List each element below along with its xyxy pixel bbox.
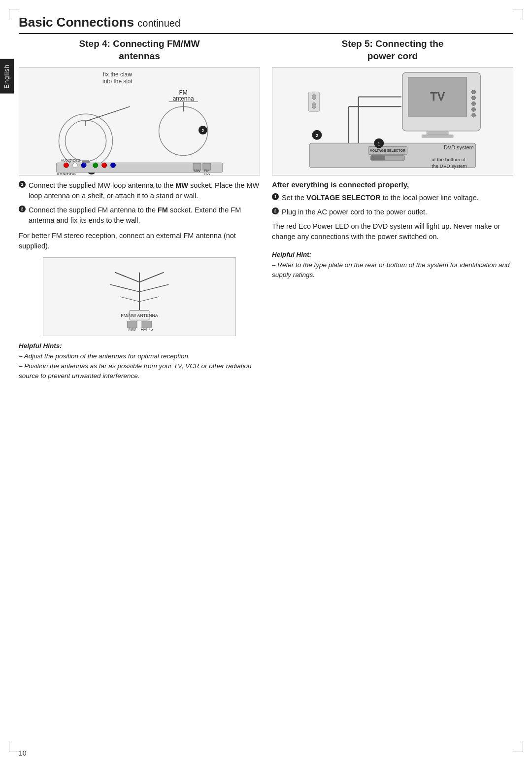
step4-main-diagram: fix the claw into the slot: [19, 67, 260, 175]
dvd-system-label: DVD system: [444, 145, 474, 151]
step5-instr3: The red Eco Power LED on the DVD system …: [272, 221, 513, 242]
instr1-bold: MW: [175, 181, 188, 189]
fix-claw-label: fix the claw: [103, 71, 132, 78]
step5-instr3-text: The red Eco Power LED on the DVD system …: [272, 222, 500, 241]
step4-small-diagram: FM/MW ANTENNA MW FM 75: [43, 257, 236, 336]
fm-antenna-label2: antenna: [173, 96, 194, 103]
instr1-prefix: Connect the supplied MW loop antenna to …: [29, 181, 175, 189]
svg-point-14: [81, 163, 86, 168]
svg-text:AUDIO: AUDIO: [61, 159, 72, 163]
corner-mark-bl: [9, 742, 19, 752]
dvd-device-diagram: VIDEO AUDIO MW FM 75Ω: [57, 159, 223, 175]
svg-line-28: [110, 285, 139, 292]
svg-point-46: [472, 114, 476, 118]
page-number: 10: [19, 749, 27, 757]
svg-point-61: [312, 103, 316, 109]
step4-instructions: 1 Connect the supplied MW loop antenna t…: [19, 180, 260, 226]
svg-line-29: [139, 285, 168, 292]
svg-point-1: [65, 120, 106, 161]
svg-point-13: [72, 163, 77, 168]
step4-column: Step 4: Connecting FM/MW antennas fix th…: [19, 38, 260, 381]
instr2-bold: FM: [158, 206, 168, 214]
step5-instr2-text: Plug in the AC power cord to the power o…: [282, 208, 427, 216]
circle2: 2: [201, 128, 204, 133]
step5-instr1: 1 Set the VOLTAGE SELECTOR to the local …: [272, 193, 513, 203]
svg-point-43: [472, 96, 476, 100]
svg-line-30: [120, 297, 140, 302]
into-slot-label: into the slot: [102, 78, 133, 85]
step4-helpful-hints: Helpful Hints: – Adjust the position of …: [19, 341, 260, 381]
svg-text:FM: FM: [204, 169, 209, 173]
step5-diagram: TV VOLTAGE SELECTOR: [272, 67, 513, 175]
step5-hints-title: Helpful Hint:: [272, 251, 311, 258]
svg-point-42: [472, 90, 476, 94]
step5-circle1: 1: [378, 141, 380, 146]
step5-heading-line2: power cord: [367, 51, 418, 61]
title-cont: continued: [137, 18, 180, 29]
step4-instr1: 1 Connect the supplied MW loop antenna t…: [19, 180, 260, 201]
svg-rect-40: [427, 131, 448, 135]
tv-label: TV: [430, 90, 445, 104]
two-col-layout: Step 4: Connecting FM/MW antennas fix th…: [19, 38, 513, 381]
step5-instr1-prefix: Set the: [282, 194, 306, 202]
svg-line-27: [139, 273, 164, 282]
page-content: Basic Connections continued Step 4: Conn…: [19, 15, 513, 746]
step4-heading: Step 4: Connecting FM/MW antennas: [19, 38, 260, 62]
fm-mw-antenna-svg: FM/MW ANTENNA MW FM 75: [43, 258, 235, 336]
corner-mark-tl: [9, 9, 19, 19]
svg-point-15: [93, 163, 98, 168]
svg-rect-41: [422, 135, 453, 138]
step5-hint1: – Refer to the type plate on the rear or…: [272, 260, 513, 280]
instr1-circle: 1: [19, 181, 26, 188]
svg-point-44: [472, 102, 476, 106]
instr2-prefix: Connect the supplied FM antenna to the: [29, 206, 158, 214]
svg-line-31: [139, 297, 159, 302]
svg-text:FM/MW ANTENNA: FM/MW ANTENNA: [121, 313, 158, 318]
title-main: Basic Connections: [19, 15, 134, 30]
svg-rect-50: [370, 156, 385, 161]
step4-hint1: – Adjust the position of the antennas fo…: [19, 351, 260, 361]
fm-antenna-group: FM antenna 2: [159, 89, 208, 156]
step5-instr1-circle: 1: [272, 193, 279, 200]
svg-text:MW: MW: [128, 327, 136, 332]
step4-heading-line1: Step 4: Connecting FM/MW: [79, 38, 200, 49]
step5-instr1-bold: VOLTAGE SELECTOR: [306, 194, 381, 202]
corner-mark-br: [513, 742, 523, 752]
step4-hints-title: Helpful Hints:: [19, 342, 62, 349]
step5-instructions: 1 Set the VOLTAGE SELECTOR to the local …: [272, 193, 513, 242]
svg-line-26: [115, 273, 139, 282]
page-title: Basic Connections continued: [19, 15, 513, 34]
svg-point-60: [312, 94, 316, 100]
step5-heading: Step 5: Connecting the power cord: [272, 38, 513, 62]
step5-instr2-circle: 2: [272, 208, 279, 214]
svg-point-12: [64, 163, 68, 168]
step5-helpful-hints: Helpful Hint: – Refer to the type plate …: [272, 250, 513, 280]
svg-point-17: [111, 163, 116, 168]
svg-point-16: [102, 163, 107, 168]
step5-instr2: 2 Plug in the AC power cord to the power…: [272, 207, 513, 217]
corner-mark-tr: [513, 9, 523, 19]
svg-text:the DVD system: the DVD system: [432, 164, 466, 169]
step4-diagram-svg: fix the claw into the slot: [19, 68, 260, 175]
voltage-selector-label: VOLTAGE SELECTOR: [370, 149, 405, 153]
step5-instr1-text: to the local power line voltage.: [381, 194, 479, 202]
svg-text:FM 75: FM 75: [140, 327, 153, 332]
language-tab: English: [0, 59, 14, 94]
instr2-circle: 2: [19, 206, 26, 212]
step4-heading-line2: antennas: [119, 51, 160, 61]
step4-extra-text: For better FM stereo reception, connect …: [19, 231, 260, 251]
svg-point-45: [472, 108, 476, 112]
svg-text:at the bottom of: at the bottom of: [432, 157, 466, 163]
step5-diagram-svg: TV VOLTAGE SELECTOR: [272, 68, 513, 175]
step5-circle2: 2: [316, 133, 318, 138]
svg-text:MW: MW: [194, 169, 201, 173]
step5-heading-line1: Step 5: Connecting the: [342, 38, 444, 49]
step4-hint2: – Position the antennas as far as possib…: [19, 361, 260, 381]
after-connected-heading: After everything is connected properly,: [272, 180, 513, 189]
svg-text:75Ω: 75Ω: [203, 173, 210, 175]
svg-line-5: [86, 107, 130, 122]
step5-column: Step 5: Connecting the power cord TV: [272, 38, 513, 381]
step4-instr2: 2 Connect the supplied FM antenna to the…: [19, 205, 260, 226]
